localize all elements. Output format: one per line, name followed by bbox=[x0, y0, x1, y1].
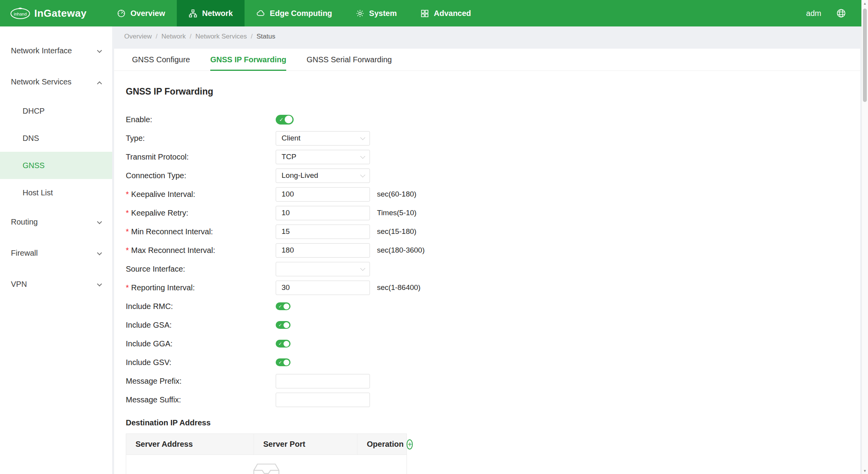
include-gsv-toggle[interactable]: ✓ bbox=[276, 358, 291, 366]
form-row-source-interface: Source Interface: bbox=[126, 260, 860, 278]
check-icon: ✓ bbox=[278, 323, 282, 328]
sidebar-item-firewall[interactable]: Firewall bbox=[0, 237, 112, 269]
gear-icon bbox=[356, 9, 364, 18]
form-row-keepalive-retry: *Keepalive Retry: Times(5-10) bbox=[126, 204, 860, 222]
destination-ip-table: Server Address Server Port Operation + bbox=[126, 434, 407, 474]
form-row-message-prefix: Message Prefix: bbox=[126, 372, 860, 390]
reporting-interval-input[interactable] bbox=[276, 281, 370, 295]
breadcrumb: Overview / Network / Network Services / … bbox=[124, 33, 275, 40]
sidebar-item-dns[interactable]: DNS bbox=[0, 125, 112, 152]
page-title: GNSS IP Forwarding bbox=[126, 86, 860, 97]
message-suffix-input[interactable] bbox=[276, 393, 370, 407]
field-unit-hint: sec(1-86400) bbox=[377, 283, 421, 292]
check-icon: ✓ bbox=[278, 341, 282, 346]
form-row-include-gsa: Include GSA: ✓ bbox=[126, 316, 860, 334]
scroll-down-arrow[interactable]: ▼ bbox=[862, 467, 868, 474]
form-row-reporting-interval: *Reporting Interval: sec(1-86400) bbox=[126, 278, 860, 297]
tab-gnss-serial-forwarding[interactable]: GNSS Serial Forwarding bbox=[306, 49, 392, 70]
nav-item-network[interactable]: Network bbox=[177, 0, 245, 26]
column-header-operation: Operation bbox=[367, 440, 403, 449]
tab-gnss-configure[interactable]: GNSS Configure bbox=[132, 49, 190, 70]
form-row-type: Type: Client bbox=[126, 129, 860, 147]
scrollbar[interactable]: ▲ ▼ bbox=[861, 0, 868, 474]
grid-icon bbox=[420, 9, 429, 18]
main-content: GNSS IP Forwarding Enable: ✓ Type: Clien… bbox=[114, 71, 860, 474]
chevron-down-icon bbox=[360, 266, 365, 271]
chevron-down-icon bbox=[360, 154, 365, 159]
tab-bar: GNSS Configure GNSS IP Forwarding GNSS S… bbox=[114, 49, 860, 71]
type-select[interactable]: Client bbox=[276, 131, 370, 146]
scrollbar-thumb[interactable] bbox=[863, 9, 867, 102]
form-row-min-reconnect-interval: *Min Reconnect Interval: sec(15-180) bbox=[126, 222, 860, 241]
form-row-connection-type: Connection Type: Long-Lived bbox=[126, 166, 860, 185]
topbar-right: adm bbox=[806, 8, 868, 18]
check-icon: ✓ bbox=[278, 304, 282, 309]
breadcrumb-network[interactable]: Network bbox=[162, 33, 186, 40]
tab-gnss-ip-forwarding[interactable]: GNSS IP Forwarding bbox=[210, 49, 286, 70]
check-icon: ✓ bbox=[278, 360, 282, 365]
form-row-include-rmc: Include RMC: ✓ bbox=[126, 297, 860, 316]
sidebar: Network Interface Network Services DHCP … bbox=[0, 26, 112, 474]
nav-item-overview[interactable]: Overview bbox=[105, 0, 177, 26]
chevron-down-icon bbox=[98, 218, 101, 226]
chevron-down-icon bbox=[360, 135, 365, 140]
table-header-row: Server Address Server Port Operation + bbox=[126, 434, 407, 455]
topbar: inhand InGateway Overview Netwo bbox=[0, 0, 868, 26]
content-card: GNSS Configure GNSS IP Forwarding GNSS S… bbox=[114, 49, 860, 474]
field-unit-hint: sec(60-180) bbox=[377, 190, 416, 198]
connection-type-select[interactable]: Long-Lived bbox=[276, 169, 370, 183]
table-empty-state bbox=[126, 455, 407, 474]
nav-item-advanced[interactable]: Advanced bbox=[408, 0, 483, 26]
breadcrumb-overview[interactable]: Overview bbox=[124, 33, 152, 40]
include-rmc-toggle[interactable]: ✓ bbox=[276, 302, 291, 310]
sidebar-item-network-services[interactable]: Network Services bbox=[0, 66, 112, 97]
svg-text:inhand: inhand bbox=[14, 12, 26, 16]
breadcrumb-network-services[interactable]: Network Services bbox=[195, 33, 247, 40]
breadcrumb-status: Status bbox=[257, 33, 275, 40]
form-row-transmit-protocol: Transmit Protocol: TCP bbox=[126, 147, 860, 166]
chevron-up-icon bbox=[98, 77, 101, 86]
sidebar-item-gnss[interactable]: GNSS bbox=[0, 152, 112, 179]
dashboard-icon bbox=[117, 9, 126, 18]
form-row-max-reconnect-interval: *Max Reconnect Interval: sec(180-3600) bbox=[126, 241, 860, 260]
form-row-include-gsv: Include GSV: ✓ bbox=[126, 353, 860, 372]
form-row-message-suffix: Message Suffix: bbox=[126, 390, 860, 409]
sidebar-item-dhcp[interactable]: DHCP bbox=[0, 97, 112, 125]
source-interface-select[interactable] bbox=[276, 262, 370, 276]
max-reconnect-interval-input[interactable] bbox=[276, 243, 370, 258]
network-icon bbox=[188, 9, 197, 18]
inhand-logo-icon: inhand bbox=[10, 7, 30, 20]
logo: inhand InGateway bbox=[0, 7, 105, 20]
include-gsa-toggle[interactable]: ✓ bbox=[276, 321, 291, 329]
field-unit-hint: Times(5-10) bbox=[377, 209, 417, 217]
include-gga-toggle[interactable]: ✓ bbox=[276, 340, 291, 348]
keepalive-interval-input[interactable] bbox=[276, 187, 370, 202]
destination-ip-address-title: Destination IP Address bbox=[126, 418, 860, 427]
add-row-button[interactable]: + bbox=[407, 439, 413, 449]
globe-icon[interactable] bbox=[836, 8, 846, 18]
sidebar-item-network-interface[interactable]: Network Interface bbox=[0, 35, 112, 66]
chevron-down-icon bbox=[360, 172, 365, 177]
form-row-keepalive-interval: *Keepalive Interval: sec(60-180) bbox=[126, 185, 860, 204]
nav-item-edge-computing[interactable]: Edge Computing bbox=[245, 0, 344, 26]
nav-item-system[interactable]: System bbox=[344, 0, 408, 26]
form-row-enable: Enable: ✓ bbox=[126, 110, 860, 129]
column-header-server-port: Server Port bbox=[254, 434, 357, 455]
sidebar-item-vpn[interactable]: VPN bbox=[0, 269, 112, 300]
chevron-down-icon bbox=[98, 46, 101, 55]
enable-toggle[interactable]: ✓ bbox=[276, 115, 294, 125]
sidebar-item-routing[interactable]: Routing bbox=[0, 206, 112, 237]
field-unit-hint: sec(180-3600) bbox=[377, 246, 425, 255]
sidebar-item-host-list[interactable]: Host List bbox=[0, 179, 112, 206]
chevron-down-icon bbox=[98, 280, 101, 289]
min-reconnect-interval-input[interactable] bbox=[276, 225, 370, 239]
main-nav: Overview Network Edge Computing bbox=[105, 0, 483, 26]
username[interactable]: adm bbox=[806, 9, 821, 18]
scroll-up-arrow[interactable]: ▲ bbox=[862, 0, 868, 7]
transmit-protocol-select[interactable]: TCP bbox=[276, 150, 370, 164]
keepalive-retry-input[interactable] bbox=[276, 206, 370, 220]
empty-box-icon bbox=[250, 460, 283, 474]
field-unit-hint: sec(15-180) bbox=[377, 227, 416, 236]
check-icon: ✓ bbox=[279, 117, 283, 123]
message-prefix-input[interactable] bbox=[276, 374, 370, 388]
